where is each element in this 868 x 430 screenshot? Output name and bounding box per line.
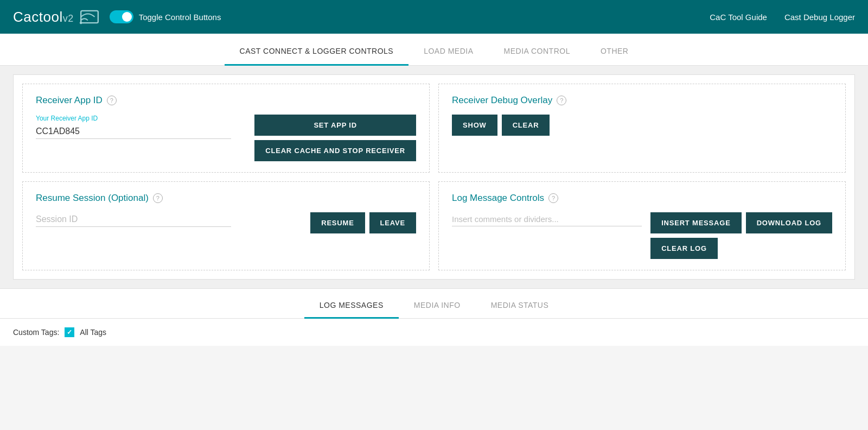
log-message-controls-help-icon[interactable]: ? (548, 193, 558, 203)
logo-area: Cactoolv2 (13, 7, 100, 27)
log-message-controls-body: INSERT MESSAGE DOWNLOAD LOG CLEAR LOG (452, 212, 832, 259)
log-top-buttons: INSERT MESSAGE DOWNLOAD LOG (650, 212, 832, 233)
log-message-controls-title: Log Message Controls ? (452, 193, 832, 204)
all-tags-checkbox[interactable] (65, 327, 74, 337)
cast-debug-logger-link[interactable]: Cast Debug Logger (784, 12, 855, 22)
receiver-app-id-card: Receiver App ID ? Your Receiver App ID S… (22, 84, 430, 173)
receiver-app-id-title-text: Receiver App ID (36, 95, 103, 106)
resume-button[interactable]: RESUME (310, 212, 365, 233)
logo-name: Cactool (13, 9, 63, 25)
receiver-app-id-title: Receiver App ID ? (36, 95, 416, 106)
log-message-controls-card: Log Message Controls ? INSERT MESSAGE DO… (438, 181, 846, 270)
card-grid: Receiver App ID ? Your Receiver App ID S… (13, 74, 855, 280)
receiver-debug-card: Receiver Debug Overlay ? SHOW CLEAR (438, 84, 846, 173)
receiver-app-id-body: Your Receiver App ID SET APP ID CLEAR CA… (36, 115, 416, 161)
tab-media-control[interactable]: MEDIA CONTROL (489, 38, 585, 66)
receiver-app-id-input-area: Your Receiver App ID (36, 115, 246, 139)
tab-other[interactable]: OTHER (585, 38, 644, 66)
receiver-debug-title: Receiver Debug Overlay ? (452, 95, 832, 106)
cast-icon (79, 7, 100, 27)
resume-session-help-icon[interactable]: ? (153, 193, 163, 203)
receiver-debug-buttons: SHOW CLEAR (452, 115, 832, 136)
bottom-section: LOG MESSAGES MEDIA INFO MEDIA STATUS Cus… (0, 288, 868, 346)
receiver-app-id-buttons: SET APP ID CLEAR CACHE AND STOP RECEIVER (254, 115, 416, 161)
resume-session-body: RESUME LEAVE (36, 212, 416, 233)
receiver-debug-help-icon[interactable]: ? (557, 96, 566, 105)
log-clear-button-row: CLEAR LOG (650, 238, 832, 259)
show-debug-button[interactable]: SHOW (452, 115, 497, 136)
logo-text: Cactoolv2 (13, 9, 74, 26)
resume-session-buttons: RESUME LEAVE (310, 212, 416, 233)
cac-tool-guide-link[interactable]: CaC Tool Guide (710, 12, 767, 22)
clear-log-button[interactable]: CLEAR LOG (650, 238, 718, 259)
header: Cactoolv2 Toggle Control Buttons CaC Too… (0, 0, 868, 34)
svg-rect-0 (81, 11, 98, 23)
log-input-area (452, 212, 642, 226)
set-app-id-button[interactable]: SET APP ID (254, 115, 416, 136)
leave-button[interactable]: LEAVE (369, 212, 416, 233)
insert-message-button[interactable]: INSERT MESSAGE (650, 212, 742, 233)
receiver-debug-title-text: Receiver Debug Overlay (452, 95, 552, 106)
tab-cast-connect[interactable]: CAST CONNECT & LOGGER CONTROLS (225, 38, 409, 66)
main-content: Receiver App ID ? Your Receiver App ID S… (0, 66, 868, 288)
tab-media-status[interactable]: MEDIA STATUS (476, 293, 564, 319)
toggle-button[interactable] (110, 10, 133, 23)
main-tab-nav: CAST CONNECT & LOGGER CONTROLS LOAD MEDI… (0, 34, 868, 66)
receiver-app-id-input-label: Your Receiver App ID (36, 115, 246, 122)
clear-debug-button[interactable]: CLEAR (502, 115, 550, 136)
receiver-app-id-help-icon[interactable]: ? (107, 96, 117, 105)
session-id-input-area (36, 212, 302, 227)
receiver-app-id-input[interactable] (36, 124, 231, 139)
log-filter-area: Custom Tags: All Tags (0, 319, 868, 346)
svg-point-1 (79, 22, 82, 24)
bottom-tab-nav: LOG MESSAGES MEDIA INFO MEDIA STATUS (0, 289, 868, 319)
tab-media-info[interactable]: MEDIA INFO (399, 293, 476, 319)
log-control-buttons: INSERT MESSAGE DOWNLOAD LOG CLEAR LOG (650, 212, 832, 259)
tab-log-messages[interactable]: LOG MESSAGES (304, 293, 399, 319)
resume-session-title: Resume Session (Optional) ? (36, 193, 416, 204)
toggle-area: Toggle Control Buttons (110, 10, 221, 23)
download-log-button[interactable]: DOWNLOAD LOG (746, 212, 832, 233)
toggle-label: Toggle Control Buttons (139, 12, 221, 22)
header-nav: CaC Tool Guide Cast Debug Logger (710, 12, 855, 22)
logo-version: v2 (63, 13, 74, 24)
custom-tags-label: Custom Tags: (13, 328, 59, 337)
tab-load-media[interactable]: LOAD MEDIA (409, 38, 488, 66)
clear-cache-stop-button[interactable]: CLEAR CACHE AND STOP RECEIVER (254, 140, 416, 161)
log-comment-input[interactable] (452, 212, 642, 226)
all-tags-label: All Tags (80, 328, 106, 337)
resume-session-card: Resume Session (Optional) ? RESUME LEAVE (22, 181, 430, 270)
log-message-controls-title-text: Log Message Controls (452, 193, 544, 204)
session-id-input[interactable] (36, 212, 231, 227)
resume-session-title-text: Resume Session (Optional) (36, 193, 149, 204)
